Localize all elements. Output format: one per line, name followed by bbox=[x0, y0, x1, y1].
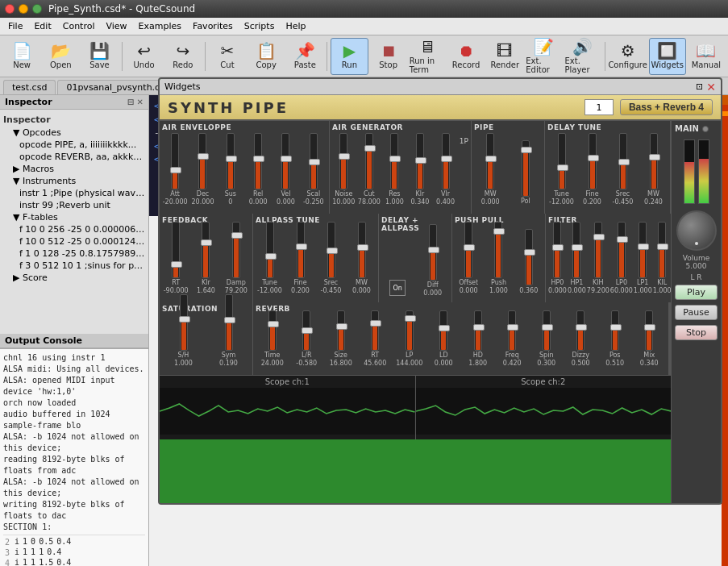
run-in-term-button[interactable]: 🖥 Run in Term bbox=[409, 38, 446, 75]
slider-hp1-track[interactable] bbox=[572, 222, 580, 278]
inspector-instruments[interactable]: ▼ Instruments bbox=[3, 175, 145, 187]
slider-mw-ap[interactable]: MW 0.000 bbox=[347, 222, 376, 294]
slider-spin-rv-track[interactable] bbox=[543, 310, 551, 351]
slider-klr-track[interactable] bbox=[416, 133, 424, 189]
cut-button[interactable]: ✂ Cut bbox=[209, 38, 246, 75]
slider-mix-rv-track[interactable] bbox=[645, 310, 653, 351]
slider-rt-fb[interactable]: RT -90.000 bbox=[162, 222, 189, 294]
slider-rt-fb-track[interactable] bbox=[172, 222, 180, 278]
menu-control[interactable]: Control bbox=[58, 19, 100, 33]
slider-pp-3-track[interactable] bbox=[525, 229, 533, 285]
slider-tune-ap-thumb[interactable] bbox=[265, 253, 277, 260]
slider-fine-ap-track[interactable] bbox=[297, 222, 305, 278]
menu-favorites[interactable]: Favorites bbox=[188, 19, 238, 33]
volume-knob[interactable] bbox=[676, 210, 717, 251]
slider-offset-pp-thumb[interactable] bbox=[464, 244, 475, 251]
preset-name-button[interactable]: Bass + Reverb 4 bbox=[620, 99, 713, 115]
inspector-score[interactable]: ▶ Score bbox=[3, 272, 145, 284]
slider-pp-3-thumb[interactable] bbox=[524, 249, 535, 256]
slider-mw-pipe-track[interactable] bbox=[486, 133, 494, 189]
slider-sus[interactable]: Sus 0 bbox=[218, 133, 243, 206]
slider-rt-rv-track[interactable] bbox=[371, 310, 379, 351]
tab-test[interactable]: test.csd bbox=[3, 80, 56, 94]
new-button[interactable]: 📄 New bbox=[3, 38, 40, 75]
slider-tune-ap[interactable]: Tune -12.000 bbox=[256, 222, 284, 294]
slider-vlr[interactable]: Vlr 0.400 bbox=[434, 133, 457, 206]
slider-cut[interactable]: Cut 78.000 bbox=[358, 133, 381, 206]
slider-noise-track[interactable] bbox=[339, 133, 347, 189]
maximize-button[interactable] bbox=[32, 4, 42, 14]
slider-klr-fb-thumb[interactable] bbox=[201, 239, 212, 246]
slider-att[interactable]: Att -20.000 bbox=[162, 133, 188, 206]
slider-hp1-thumb[interactable] bbox=[572, 244, 583, 251]
slider-scal-thumb[interactable] bbox=[309, 159, 320, 165]
slider-tune-dt-thumb[interactable] bbox=[557, 164, 568, 171]
slider-mw-pipe-thumb[interactable] bbox=[485, 156, 497, 162]
slider-pp-3[interactable]: 0.360 bbox=[515, 229, 543, 294]
slider-lp0[interactable]: LP0 60.000 bbox=[610, 222, 633, 294]
slider-vel-thumb[interactable] bbox=[281, 156, 292, 162]
slider-kll-track[interactable] bbox=[658, 222, 666, 278]
menu-help[interactable]: Help bbox=[281, 19, 310, 33]
slider-dec[interactable]: Dec 20.000 bbox=[189, 133, 215, 206]
manual-button[interactable]: 📖 Manual bbox=[688, 38, 725, 75]
save-button[interactable]: 💾 Save bbox=[81, 38, 118, 75]
slider-srec-ap[interactable]: Srec -0.450 bbox=[317, 222, 345, 294]
slider-pos-rv[interactable]: Pos 0.510 bbox=[598, 310, 632, 367]
slider-dizzy-rv-track[interactable] bbox=[576, 310, 584, 351]
slider-klr-thumb[interactable] bbox=[415, 157, 426, 164]
slider-dec-thumb[interactable] bbox=[198, 153, 209, 160]
slider-sym-track[interactable] bbox=[225, 294, 233, 351]
slider-rt-fb-thumb[interactable] bbox=[171, 261, 182, 268]
slider-push-pp-thumb[interactable] bbox=[493, 228, 505, 235]
slider-hd-rv-track[interactable] bbox=[474, 310, 482, 351]
slider-klh-thumb[interactable] bbox=[593, 234, 605, 240]
slider-srec-dt-thumb[interactable] bbox=[618, 159, 630, 165]
slider-res[interactable]: Res 1.000 bbox=[383, 133, 406, 206]
slider-mw-dt[interactable]: MW 0.240 bbox=[639, 133, 668, 206]
on-checkbox[interactable]: On bbox=[389, 280, 406, 296]
menu-file[interactable]: File bbox=[3, 19, 27, 33]
inspector-instr-99[interactable]: instr 99 ;Reverb unit bbox=[3, 199, 145, 211]
run-button[interactable]: ▶ Run bbox=[331, 38, 368, 75]
slider-fine-dt[interactable]: Fine 0.200 bbox=[578, 133, 606, 206]
slider-mw-dt-thumb[interactable] bbox=[649, 154, 660, 160]
inspector-icons[interactable]: ⊟ ✕ bbox=[127, 98, 144, 106]
slider-hp1[interactable]: HP1 0.000 bbox=[568, 222, 586, 294]
redo-button[interactable]: ↪ Redo bbox=[164, 38, 202, 75]
slider-att-thumb[interactable] bbox=[170, 167, 181, 173]
slider-res-thumb[interactable] bbox=[389, 156, 401, 162]
slider-kll-thumb[interactable] bbox=[657, 243, 668, 250]
slider-srec-dt-track[interactable] bbox=[619, 133, 627, 189]
slider-mw-dt-track[interactable] bbox=[650, 133, 658, 189]
preset-number[interactable]: 1 bbox=[584, 99, 614, 115]
slider-rel-track[interactable] bbox=[254, 133, 262, 189]
slider-klr-fb-track[interactable] bbox=[202, 222, 210, 278]
menu-view[interactable]: View bbox=[102, 19, 132, 33]
slider-noise-thumb[interactable] bbox=[339, 153, 350, 160]
close-button[interactable] bbox=[5, 4, 15, 14]
ext-editor-button[interactable]: 📝 Ext. Editor bbox=[525, 38, 562, 75]
slider-tune-dt-track[interactable] bbox=[558, 133, 566, 189]
play-button[interactable]: Play bbox=[675, 285, 718, 300]
slider-scal[interactable]: Scal -0.250 bbox=[301, 133, 327, 206]
slider-diff-da-thumb[interactable] bbox=[428, 247, 439, 253]
inspector-macros[interactable]: ▶ Macros bbox=[3, 163, 145, 175]
slider-rel[interactable]: Rel 0.000 bbox=[245, 133, 271, 206]
slider-fine-dt-thumb[interactable] bbox=[588, 155, 599, 161]
slider-mw-pipe[interactable]: MW 0.000 bbox=[474, 133, 507, 206]
slider-mw-ap-thumb[interactable] bbox=[357, 244, 368, 251]
inspector-instr-1[interactable]: instr 1 ;Pipe (physical wave... bbox=[3, 187, 145, 199]
slider-pol-thumb[interactable] bbox=[521, 147, 532, 153]
slider-att-track[interactable] bbox=[171, 133, 179, 189]
widgets-button[interactable]: 🔲 Widgets bbox=[649, 38, 686, 75]
slider-lp0-thumb[interactable] bbox=[617, 236, 628, 243]
inspector-ftable-1[interactable]: f 10 0 512 -25 0 0.00012475... bbox=[3, 235, 145, 248]
slider-res-track[interactable] bbox=[390, 133, 398, 189]
inspector-opcode-reverb[interactable]: opcode REVERB, aa, akkkk... bbox=[3, 151, 145, 163]
stop-button[interactable]: ⏹ Stop bbox=[370, 38, 407, 75]
menu-scripts[interactable]: Scripts bbox=[239, 19, 280, 33]
slider-dizzy-rv[interactable]: Dizzy 0.500 bbox=[564, 310, 598, 367]
slider-sh-thumb[interactable] bbox=[179, 316, 190, 323]
slider-vel-track[interactable] bbox=[281, 133, 289, 189]
